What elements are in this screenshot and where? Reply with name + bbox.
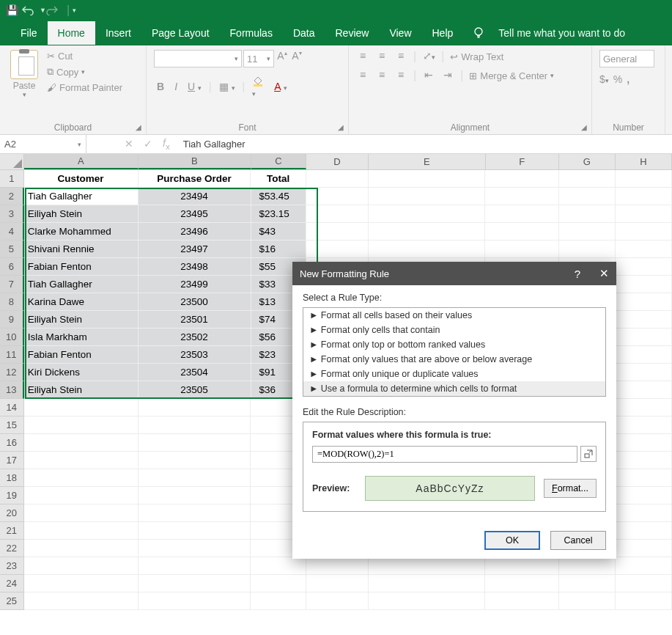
cell[interactable]: Tiah Gallagher — [24, 276, 139, 293]
cell[interactable] — [616, 364, 672, 381]
column-header-G[interactable]: G — [559, 154, 616, 169]
cell[interactable] — [139, 416, 251, 434]
bold-button[interactable]: B — [154, 79, 167, 94]
cell[interactable]: 23504 — [139, 364, 251, 381]
cell[interactable] — [616, 311, 672, 328]
cell[interactable] — [24, 452, 139, 469]
row-header[interactable]: 24 — [0, 575, 24, 592]
cell[interactable]: Total — [251, 170, 306, 188]
tab-help[interactable]: Help — [422, 21, 464, 45]
cell[interactable] — [616, 258, 672, 276]
redo-icon[interactable] — [46, 5, 61, 15]
cell[interactable] — [616, 241, 672, 258]
cell[interactable]: $23.15 — [251, 205, 306, 223]
cell[interactable] — [485, 241, 558, 258]
font-name-combo[interactable]: ▾ — [154, 50, 242, 67]
rule-type-item[interactable]: ► Format only top or bottom ranked value… — [303, 337, 605, 352]
cell[interactable] — [485, 575, 558, 592]
font-size-combo[interactable]: 11▾ — [243, 50, 274, 67]
cell[interactable] — [24, 592, 139, 610]
cell[interactable] — [139, 540, 251, 557]
cell[interactable] — [369, 188, 486, 205]
cell[interactable] — [139, 399, 251, 416]
column-header-D[interactable]: D — [306, 154, 369, 169]
font-color-button[interactable]: A ▾ — [271, 79, 289, 94]
align-left-icon[interactable]: ≡ — [356, 69, 369, 82]
align-right-icon[interactable]: ≡ — [394, 69, 407, 82]
tell-me-icon[interactable] — [472, 26, 485, 40]
cell[interactable] — [306, 205, 369, 223]
cell[interactable] — [24, 557, 139, 575]
cell[interactable] — [24, 575, 139, 592]
row-header[interactable]: 5 — [0, 241, 24, 258]
cell[interactable]: Tiah Gallagher — [24, 188, 139, 205]
cell[interactable] — [616, 575, 672, 592]
cell[interactable]: Eiliyah Stein — [24, 205, 139, 223]
cell[interactable] — [139, 434, 251, 452]
row-header[interactable]: 10 — [0, 328, 24, 346]
row-header[interactable]: 9 — [0, 311, 24, 328]
row-header[interactable]: 15 — [0, 416, 24, 434]
rule-type-item[interactable]: ► Format only unique or duplicate values — [303, 367, 605, 381]
formula-input[interactable]: Tiah Gallagher — [177, 137, 672, 151]
cell[interactable] — [251, 575, 306, 592]
cell[interactable] — [485, 205, 558, 223]
cell[interactable] — [616, 223, 672, 241]
cell[interactable]: Shivani Rennie — [24, 241, 139, 258]
column-header-C[interactable]: C — [251, 154, 306, 169]
row-header[interactable]: 7 — [0, 276, 24, 293]
rule-type-item[interactable]: ► Format only values that are above or b… — [303, 352, 605, 367]
cell[interactable]: Karina Dawe — [24, 293, 139, 311]
cell[interactable] — [306, 170, 369, 188]
row-header[interactable]: 1 — [0, 170, 24, 188]
cell[interactable] — [616, 381, 672, 399]
row-header[interactable]: 4 — [0, 223, 24, 241]
cell[interactable] — [559, 223, 616, 241]
cell[interactable] — [306, 188, 369, 205]
cell[interactable]: 23500 — [139, 293, 251, 311]
qat-customize-icon[interactable]: ▾ — [73, 7, 76, 14]
increase-font-icon[interactable]: A▴ — [276, 50, 289, 63]
tab-data[interactable]: Data — [283, 21, 325, 45]
cell[interactable] — [139, 452, 251, 469]
cell[interactable] — [369, 241, 486, 258]
cell[interactable] — [616, 540, 672, 557]
cell[interactable] — [616, 487, 672, 504]
dialog-launcher-alignment[interactable]: ◢ — [581, 123, 587, 131]
undo-dropdown-icon[interactable]: ▼ — [40, 7, 46, 14]
cell[interactable] — [559, 592, 616, 610]
cell[interactable] — [139, 469, 251, 487]
accounting-format-button[interactable]: $▾ — [599, 73, 609, 85]
cell[interactable]: Isla Markham — [24, 328, 139, 346]
tell-me-input[interactable]: Tell me what you want to do — [488, 21, 635, 45]
cell[interactable] — [616, 557, 672, 575]
cell[interactable]: 23495 — [139, 205, 251, 223]
column-header-A[interactable]: A — [24, 154, 139, 169]
row-header[interactable]: 25 — [0, 592, 24, 610]
cell[interactable] — [559, 241, 616, 258]
row-header[interactable]: 19 — [0, 487, 24, 504]
cell[interactable] — [485, 170, 558, 188]
cell[interactable] — [306, 241, 369, 258]
cell[interactable]: 23503 — [139, 346, 251, 364]
cell[interactable] — [369, 557, 486, 575]
cell[interactable] — [139, 557, 251, 575]
rule-type-item[interactable]: ► Format all cells based on their values — [303, 308, 605, 323]
row-header[interactable]: 22 — [0, 540, 24, 557]
dialog-close-icon[interactable]: ✕ — [599, 267, 609, 280]
cell[interactable] — [616, 205, 672, 223]
rule-type-item[interactable]: ► Use a formula to determine which cells… — [303, 381, 605, 396]
cancel-button[interactable]: Cancel — [550, 531, 606, 550]
dialog-help-icon[interactable]: ? — [575, 268, 580, 280]
align-center-icon[interactable]: ≡ — [375, 69, 388, 82]
name-box[interactable]: A2▾ — [0, 135, 86, 153]
tab-home[interactable]: Home — [48, 21, 95, 45]
cell[interactable] — [369, 223, 486, 241]
cell[interactable]: 23497 — [139, 241, 251, 258]
paste-button[interactable]: Paste ▾ — [7, 48, 41, 100]
cell[interactable] — [24, 487, 139, 504]
range-selector-button[interactable] — [580, 446, 597, 462]
cell[interactable]: Eiliyah Stein — [24, 311, 139, 328]
row-header[interactable]: 11 — [0, 346, 24, 364]
paste-dropdown-icon[interactable]: ▾ — [10, 91, 38, 98]
